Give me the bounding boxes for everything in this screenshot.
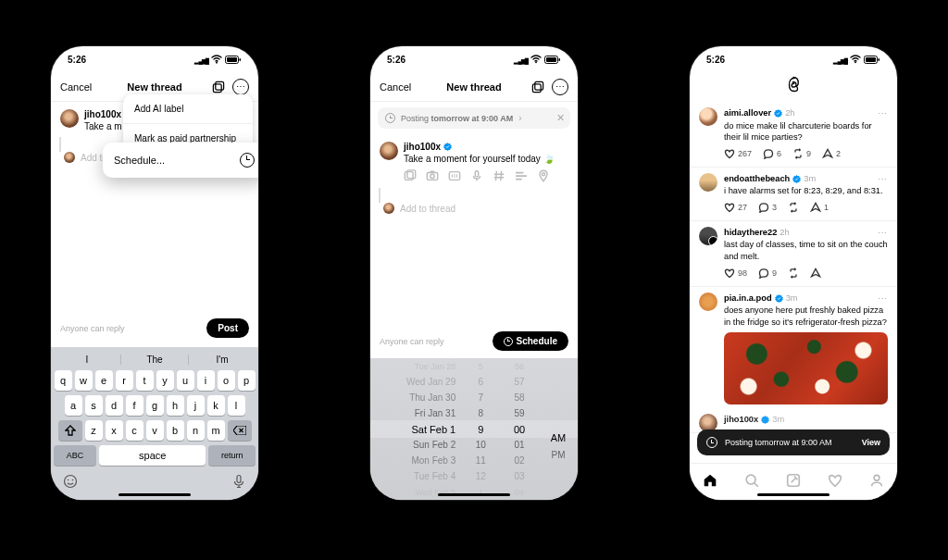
more-icon[interactable]: ⋯ — [878, 173, 888, 186]
like-button[interactable]: 98 — [724, 268, 747, 279]
schedule-button[interactable]: Schedule — [493, 331, 568, 351]
reply-scope[interactable]: Anyone can reply — [60, 324, 125, 333]
view-button[interactable]: View — [862, 438, 880, 447]
key[interactable]: x — [106, 420, 123, 441]
repost-button[interactable]: 9 — [792, 148, 811, 159]
more-icon[interactable]: ⋯ — [232, 79, 249, 95]
feed-item[interactable]: endoatthebeach3m⋯ i have alarms set for … — [690, 168, 897, 221]
camera-icon[interactable] — [426, 169, 439, 182]
post-button[interactable]: Post — [206, 318, 249, 338]
location-icon[interactable] — [537, 169, 550, 182]
avatar[interactable] — [699, 227, 717, 245]
key[interactable]: l — [228, 395, 245, 416]
username[interactable]: jiho100x — [404, 142, 441, 152]
avatar[interactable] — [699, 292, 717, 311]
key[interactable]: j — [187, 395, 205, 416]
like-button[interactable]: 267 — [724, 148, 752, 159]
tab-activity[interactable] — [827, 472, 843, 492]
key[interactable]: b — [167, 420, 184, 441]
tab-compose[interactable] — [785, 472, 802, 492]
compose-text[interactable]: Take a moment for yourself today 🍃 — [404, 154, 568, 164]
emoji-icon[interactable] — [63, 474, 78, 492]
more-icon[interactable]: ⋯ — [552, 79, 568, 95]
suggestion[interactable]: I'm — [189, 355, 256, 365]
home-indicator[interactable] — [118, 493, 191, 496]
key[interactable]: v — [146, 420, 164, 441]
more-icon[interactable]: ⋯ — [878, 292, 888, 305]
key[interactable]: y — [156, 370, 174, 391]
key[interactable]: r — [116, 370, 133, 391]
schedule-banner[interactable]: Posting tomorrow at 9:00 AM › ✕ — [378, 107, 570, 129]
key[interactable]: k — [207, 395, 225, 416]
mic-icon[interactable] — [470, 169, 483, 182]
key[interactable]: p — [238, 370, 256, 391]
post-image[interactable] — [724, 332, 888, 404]
more-icon[interactable]: ⋯ — [878, 227, 888, 240]
avatar[interactable] — [380, 142, 398, 160]
datetime-picker[interactable]: Tue Jan 28Wed Jan 29Thu Jan 30Fri Jan 31… — [370, 358, 578, 500]
mic-icon[interactable] — [231, 474, 246, 492]
schedule-toast[interactable]: Posting tomorrow at 9:00 AM View — [697, 429, 890, 455]
key[interactable]: o — [218, 370, 235, 391]
comment-button[interactable]: 9 — [758, 268, 777, 279]
cancel-button[interactable]: Cancel — [60, 81, 92, 93]
username[interactable]: jiho100x — [84, 109, 121, 119]
picker-date[interactable]: Tue Jan 28Wed Jan 29Thu Jan 30Fri Jan 31… — [370, 358, 461, 500]
menu-ai-label[interactable]: Add AI label — [123, 94, 253, 124]
avatar[interactable] — [699, 107, 717, 126]
more-icon[interactable]: ⋯ — [878, 107, 888, 120]
key[interactable]: i — [197, 370, 215, 391]
repost-button[interactable] — [788, 202, 799, 213]
picker-hour[interactable]: 567891011121 — [461, 358, 500, 500]
key[interactable]: t — [136, 370, 154, 391]
gif-icon[interactable] — [448, 169, 461, 182]
backspace-key[interactable] — [228, 420, 252, 441]
reply-scope[interactable]: Anyone can reply — [380, 337, 444, 346]
feed-item[interactable]: aimi.allover2h⋯ do mice make lil charcut… — [690, 102, 897, 168]
feed-item[interactable]: pia.in.a.pod3m⋯ does anyone here put fre… — [690, 287, 897, 413]
share-button[interactable] — [810, 268, 821, 279]
key[interactable]: w — [75, 370, 93, 391]
username[interactable]: endoatthebeach — [724, 173, 790, 185]
like-button[interactable]: 27 — [724, 202, 747, 213]
avatar[interactable] — [699, 173, 717, 192]
close-icon[interactable]: ✕ — [556, 112, 565, 124]
tab-profile[interactable] — [868, 472, 885, 492]
suggestion[interactable]: The — [120, 355, 189, 365]
key[interactable]: n — [187, 420, 205, 441]
comment-button[interactable]: 3 — [758, 202, 777, 213]
tab-home[interactable] — [702, 472, 718, 492]
key[interactable]: h — [167, 395, 184, 416]
key[interactable]: a — [65, 395, 82, 416]
username[interactable]: jiho100x — [724, 414, 758, 426]
hashtag-icon[interactable] — [493, 169, 505, 182]
key[interactable]: f — [126, 395, 143, 416]
key[interactable]: u — [177, 370, 194, 391]
comment-button[interactable]: 6 — [763, 148, 781, 159]
return-key[interactable]: return — [208, 445, 256, 466]
home-indicator[interactable] — [757, 493, 830, 496]
feed-item[interactable]: hidaythere222h⋯ last day of classes, tim… — [690, 221, 897, 287]
key[interactable]: z — [85, 420, 103, 441]
suggestion[interactable]: I — [54, 355, 120, 365]
share-button[interactable]: 1 — [810, 202, 829, 213]
username[interactable]: hidaythere22 — [724, 227, 777, 239]
key[interactable]: e — [95, 370, 113, 391]
menu-schedule[interactable]: Schedule... — [103, 143, 258, 178]
cancel-button[interactable]: Cancel — [380, 81, 411, 93]
gallery-icon[interactable] — [404, 169, 417, 182]
abc-key[interactable]: ABC — [54, 445, 96, 466]
key[interactable]: m — [207, 420, 225, 441]
home-indicator[interactable] — [438, 493, 510, 496]
username[interactable]: aimi.allover — [724, 107, 771, 119]
space-key[interactable]: space — [99, 445, 206, 466]
threads-logo[interactable] — [690, 72, 897, 102]
add-to-thread[interactable]: Add to thread — [370, 203, 578, 219]
shift-key[interactable] — [58, 420, 82, 441]
picker-minute[interactable]: 565758590001020304 — [500, 358, 539, 500]
picker-ampm[interactable]: AMPM — [539, 358, 578, 500]
key[interactable]: c — [126, 420, 143, 441]
repost-button[interactable] — [788, 268, 799, 279]
username[interactable]: pia.in.a.pod — [724, 292, 772, 305]
tab-search[interactable] — [743, 472, 760, 492]
